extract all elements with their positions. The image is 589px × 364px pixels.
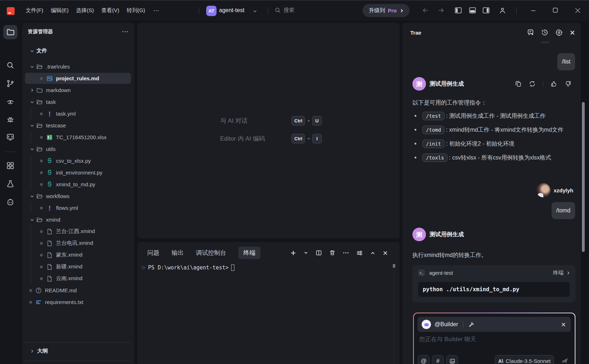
tree-file[interactable]: TC_1716451200.xlsx <box>22 131 134 143</box>
explorer-more-icon[interactable]: ··· <box>122 29 129 35</box>
thumbs-up-icon[interactable] <box>551 81 557 87</box>
menu-file[interactable]: 文件(F) <box>26 7 43 14</box>
menu-select[interactable]: 选择(S) <box>76 7 94 14</box>
nav-back-icon[interactable] <box>422 7 429 14</box>
toggle-left-sidebar-icon[interactable] <box>455 7 462 14</box>
activity-ai-assistant[interactable] <box>3 195 17 209</box>
tree-file[interactable]: README.md <box>22 284 134 296</box>
tree-file[interactable]: 兰台-江西.xmind <box>22 226 134 237</box>
menu-more-icon[interactable]: ⋯ <box>153 7 159 14</box>
folder-icon <box>36 87 43 93</box>
activity-remote-terminal[interactable] <box>3 130 17 144</box>
tab-terminal[interactable]: 终端 <box>238 247 260 259</box>
tree-section-files[interactable]: 文件 <box>22 45 134 57</box>
tree-folder[interactable]: utils <box>22 143 134 155</box>
menu-goto[interactable]: 转到(G) <box>127 7 145 14</box>
activity-debug[interactable] <box>3 112 17 126</box>
image-button[interactable] <box>446 355 458 364</box>
hammer-icon[interactable] <box>468 322 474 328</box>
titlebar-separator <box>516 7 517 14</box>
tree-file[interactable]: 蒙东.xmind <box>22 249 134 261</box>
maximize-panel-icon[interactable] <box>370 251 375 256</box>
outline-section[interactable]: 大纲 <box>22 345 134 357</box>
command-pill[interactable]: /tomd <box>422 126 445 134</box>
tree-file[interactable]: 兰台电讯.xmind <box>22 237 134 249</box>
regenerate-icon[interactable] <box>529 81 535 87</box>
more-actions-icon[interactable] <box>343 250 349 256</box>
activity-explorer[interactable] <box>3 25 17 39</box>
split-terminal-icon[interactable] <box>316 250 322 256</box>
tree-file[interactable]: csv_to_xlsx.py <box>22 155 134 167</box>
remove-builder-icon[interactable] <box>561 322 566 327</box>
tree-file[interactable]: project_rules.md <box>22 72 134 84</box>
activity-extensions[interactable] <box>3 158 17 173</box>
kill-terminal-icon[interactable] <box>329 250 335 256</box>
terminal-scrollbar-thumb[interactable] <box>393 264 395 268</box>
tree-folder[interactable]: .trae\rules <box>22 61 134 72</box>
open-terminal-link[interactable]: 终端 <box>553 269 570 276</box>
tree-folder[interactable]: workflows <box>22 190 134 202</box>
tree-file[interactable]: init_environment.py <box>22 167 134 178</box>
command-pill[interactable]: /toxls <box>422 153 448 162</box>
tree-folder[interactable]: markdown <box>22 84 134 96</box>
menu-edit[interactable]: 编辑(E) <box>51 7 68 14</box>
window-scrollbar-thumb[interactable] <box>582 102 585 252</box>
settings-gear-icon[interactable] <box>555 29 563 36</box>
folder-icon <box>36 64 43 70</box>
model-selector[interactable]: A\ Claude-3.5-Sonnet <box>495 355 554 364</box>
activity-source-control[interactable] <box>3 76 17 91</box>
nav-forward-icon[interactable] <box>437 7 445 14</box>
tree-file[interactable]: task.yml <box>22 108 134 120</box>
tree-file[interactable]: requirements.txt <box>22 296 134 308</box>
command-pill[interactable]: /init <box>422 140 445 148</box>
toggle-right-sidebar-icon[interactable] <box>483 7 489 14</box>
activity-testing[interactable] <box>3 177 17 191</box>
tab-problems[interactable]: 问题 <box>147 249 159 257</box>
run-command-block[interactable]: python ./utils/xmind_to_md.py <box>418 282 570 297</box>
workspace-badge[interactable]: AT <box>206 6 217 16</box>
window-maximize-icon[interactable] <box>553 7 558 13</box>
context-button[interactable]: # <box>432 355 444 364</box>
new-terminal-icon[interactable] <box>290 250 296 256</box>
window-minimize-icon[interactable] <box>531 8 536 13</box>
tree-file[interactable]: flows.yml <box>22 202 134 214</box>
close-panel-icon[interactable] <box>570 30 575 35</box>
send-icon[interactable] <box>561 357 569 364</box>
history-icon[interactable] <box>541 29 548 36</box>
workspace-chevron-icon[interactable] <box>253 9 257 14</box>
trae-logo[interactable] <box>7 7 15 15</box>
thumbs-down-icon[interactable] <box>565 81 571 87</box>
file-dot-icon <box>40 183 43 186</box>
command-pill[interactable]: /test <box>422 112 445 120</box>
upgrade-pro-button[interactable]: 升级到 Pro <box>362 4 410 17</box>
tab-debug-console[interactable]: 调试控制台 <box>196 249 226 257</box>
tree-file[interactable]: 云南.xmind <box>22 273 134 284</box>
close-panel-icon[interactable] <box>383 251 388 256</box>
tree-folder[interactable]: task <box>22 96 134 108</box>
terminal-content[interactable]: PS D:\work\ai\agent-test> <box>142 264 234 271</box>
tree-file[interactable]: 新疆.xmind <box>22 261 134 273</box>
activity-search[interactable] <box>3 58 17 72</box>
terminal-settings-icon[interactable] <box>356 250 363 256</box>
editor-area[interactable]: 与 AI 对话 Ctrl + U Editor 内 AI 编码 Ctrl + I <box>137 23 400 238</box>
tree-folder[interactable]: xmind <box>22 214 134 226</box>
copy-icon[interactable] <box>515 81 522 87</box>
global-search[interactable]: 搜索 <box>275 7 294 14</box>
builder-mention[interactable]: @Builder <box>435 321 458 328</box>
flask-icon <box>6 180 14 188</box>
mention-button[interactable]: @ <box>418 355 430 364</box>
folder-icon <box>6 28 14 36</box>
terminal-dropdown-icon[interactable] <box>304 251 308 255</box>
menu-view[interactable]: 查看(V) <box>101 7 119 14</box>
new-chat-icon[interactable] <box>527 29 534 36</box>
tree-file[interactable]: xmind_to_md.py <box>22 178 134 190</box>
workspace-name[interactable]: agent-test <box>219 7 244 14</box>
window-close-icon[interactable] <box>575 7 581 14</box>
account-icon[interactable] <box>499 7 506 14</box>
activity-remote-preview[interactable] <box>3 94 17 108</box>
hint-label: Editor 内 AI 编码 <box>220 135 291 143</box>
toggle-panel-icon[interactable] <box>469 7 476 14</box>
tree-folder[interactable]: testcase <box>22 120 134 131</box>
tab-output[interactable]: 输出 <box>172 249 184 257</box>
chat-input-placeholder[interactable]: 您正在与 Builder 聊天 <box>419 335 476 343</box>
